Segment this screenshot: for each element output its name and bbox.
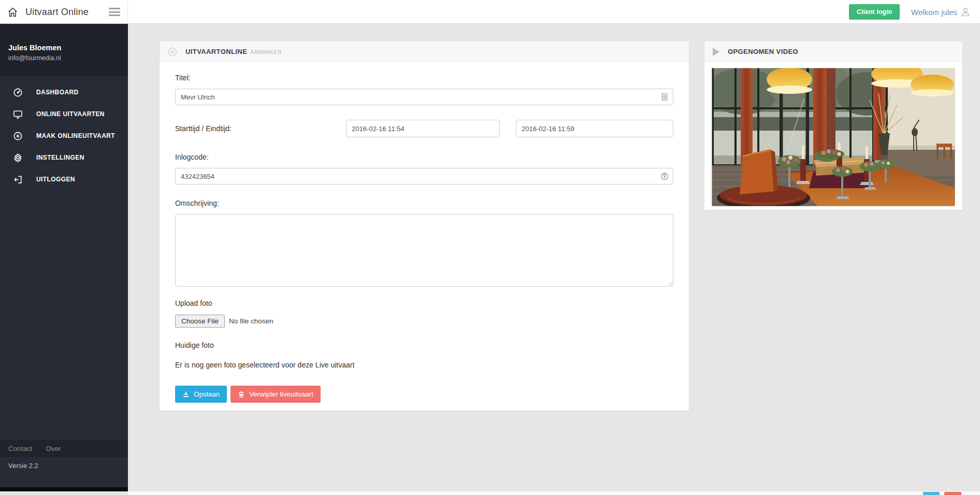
tijd-group: Starttijd / Eindtijd: [175,120,673,137]
contact-link[interactable]: Contact [8,445,33,452]
sidebar-footer: Contact Over Versie 2.2 [0,440,128,491]
form-body: Titel: Starttijd / Eindtijd: Inlogcode: [160,62,689,418]
hamburger-menu-icon[interactable] [109,8,120,16]
save-button-label: Opslaan [194,390,220,398]
sidebar-item-label: UITLOGGEN [36,176,75,183]
header-right: Client login Welkom jules [849,0,971,24]
gauge-icon [13,88,23,97]
download-icon [182,391,190,398]
contact-card-icon[interactable] [660,93,669,101]
video-panel-header: OPGENOMEN VIDEO [704,41,962,62]
plus-circle-icon [168,47,177,56]
huidige-foto-label: Huidige foto [175,341,673,349]
bottom-content-sliver [128,491,980,495]
play-icon [713,48,719,56]
sidebar-item-label: ONLINE UITVAARTEN [36,110,105,118]
titel-label: Titel: [175,74,673,82]
user-name: Jules Bloemen [8,44,120,52]
upload-foto-label: Upload foto [175,299,673,307]
trash-icon [238,391,245,398]
brand-area: Uitvaart Online [0,0,128,24]
sidebar-item-uitloggen[interactable]: UITLOGGEN [0,168,128,190]
form-actions: Opslaan Verwijder liveuitvaart [175,386,673,403]
welcome-text: Welkom jules [911,8,957,17]
inlogcode-label: Inlogcode: [175,153,673,161]
delete-button-label: Verwijder liveuitvaart [249,390,313,398]
over-link[interactable]: Over [46,445,61,452]
form-panel-subtitle: AANMAKEN [250,48,281,55]
app-brand[interactable]: Uitvaart Online [25,7,89,18]
file-chosen-text: No file chosen [229,317,273,325]
sidebar-user-block: Jules Bloemen info@fourmedia.nl [0,24,128,76]
inlogcode-group: Inlogcode: [175,153,673,185]
top-header: Uitvaart Online Client login Welkom jule… [0,0,980,24]
sidebar: Jules Bloemen info@fourmedia.nl DASHBOAR… [0,24,128,491]
sidebar-item-maak-onlineuitvaart[interactable]: MAAK ONLINEUITVAART [0,125,128,147]
resize-grip-icon[interactable] [667,280,672,286]
home-icon[interactable] [7,7,18,18]
clipped-blue-button[interactable] [923,492,940,495]
inlogcode-input[interactable] [175,168,673,185]
plus-circle-icon [13,131,23,141]
sidebar-footer-links: Contact Over [0,440,128,457]
key-circle-icon[interactable] [660,172,669,180]
main-content: UITVAARTONLINE AANMAKEN Titel: Starttijd… [128,24,980,495]
titel-group: Titel: [175,74,673,105]
sidebar-nav: DASHBOARD ONLINE UITVAARTEN MAAK ONLINEU… [0,76,128,190]
video-panel-title: OPGENOMEN VIDEO [728,48,798,55]
omschrijving-label: Omschrijving: [175,199,673,207]
starttijd-input[interactable] [346,120,500,137]
video-body [704,62,962,216]
user-email: info@fourmedia.nl [8,54,120,62]
sidebar-item-label: MAAK ONLINEUITVAART [36,132,115,139]
video-thumbnail[interactable] [712,68,955,206]
no-photo-message: Er is nog geen foto geselecteerd voor de… [175,361,673,369]
save-button[interactable]: Opslaan [175,386,227,403]
monitor-icon [13,109,23,119]
sidebar-item-instellingen[interactable]: INSTELLINGEN [0,147,128,168]
titel-input[interactable] [175,89,673,105]
logout-icon [13,175,23,185]
tijd-label: Starttijd / Eindtijd: [175,124,346,133]
client-login-button[interactable]: Client login [849,4,900,20]
sidebar-item-online-uitvaarten[interactable]: ONLINE UITVAARTEN [0,103,128,125]
sidebar-bottom-sliver [0,487,128,491]
sidebar-item-label: DASHBOARD [36,89,79,96]
sidebar-item-dashboard[interactable]: DASHBOARD [0,81,128,103]
file-input-row: Choose File No file chosen [175,315,673,328]
omschrijving-group: Omschrijving: [175,199,673,287]
form-panel-title: UITVAARTONLINE [185,48,247,55]
uitvaart-form-panel: UITVAARTONLINE AANMAKEN Titel: Starttijd… [160,41,689,411]
clipped-red-button[interactable] [944,492,961,495]
video-panel: OPGENOMEN VIDEO [704,41,962,210]
form-panel-header: UITVAARTONLINE AANMAKEN [160,41,689,62]
delete-liveuitvaart-button[interactable]: Verwijder liveuitvaart [230,386,321,403]
welcome-user[interactable]: Welkom jules [911,7,971,17]
user-icon [960,7,971,17]
eindtijd-input[interactable] [516,120,673,137]
gear-icon [13,153,23,163]
version-label: Versie 2.2 [0,457,128,487]
choose-file-button[interactable]: Choose File [175,315,225,328]
omschrijving-textarea[interactable] [175,214,673,287]
sidebar-item-label: INSTELLINGEN [36,154,84,161]
